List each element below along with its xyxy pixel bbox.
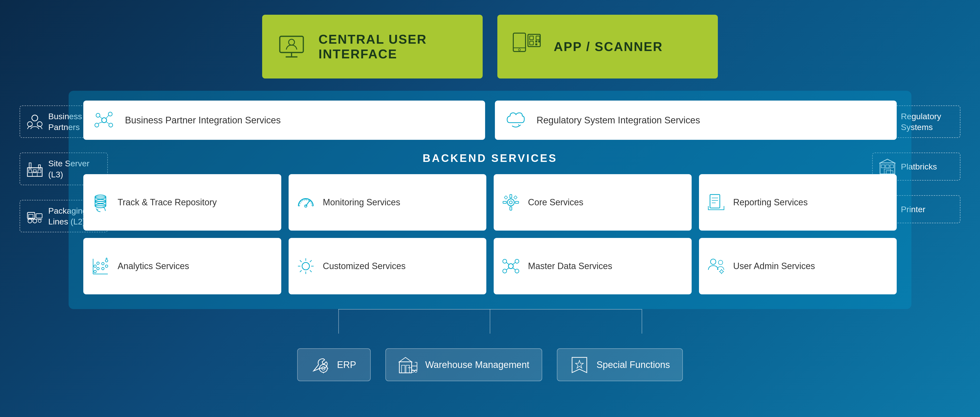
svg-point-27 [28, 219, 32, 223]
svg-point-6 [519, 49, 520, 51]
warehouse-box: Warehouse Management [385, 348, 542, 381]
customized-label: Customized Services [323, 260, 406, 272]
app-box: APP / SCANNER [497, 15, 718, 78]
cui-label: CENTRAL USER INTERFACE [318, 32, 468, 61]
svg-rect-13 [535, 43, 537, 45]
analytics-label: Analytics Services [118, 260, 189, 272]
svg-rect-120 [406, 365, 409, 373]
svg-line-94 [310, 260, 312, 262]
integration-row: Business Partner Integration Services Re… [83, 101, 897, 140]
core-icon [501, 193, 520, 212]
bp-integration-box: Business Partner Integration Services [83, 101, 485, 140]
service-card-user-admin: User Admin Services [699, 238, 897, 294]
svg-rect-72 [515, 201, 519, 203]
reporting-label: Reporting Services [733, 197, 808, 208]
service-card-monitoring: Monitoring Services [289, 174, 487, 230]
svg-rect-11 [535, 40, 537, 42]
svg-rect-31 [29, 214, 33, 218]
special-functions-label: Special Functions [597, 359, 670, 370]
svg-rect-73 [504, 196, 508, 199]
bp-integration-icon [93, 109, 115, 131]
services-grid: Track & Trace Repository [83, 174, 897, 294]
svg-rect-69 [510, 195, 512, 198]
svg-point-67 [508, 199, 514, 206]
svg-point-106 [718, 260, 723, 265]
svg-point-97 [503, 259, 507, 263]
svg-rect-9 [536, 36, 540, 40]
svg-point-80 [97, 267, 99, 270]
center-connector [490, 309, 490, 334]
monitoring-label: Monitoring Services [323, 197, 400, 208]
user-admin-icon [706, 256, 726, 276]
packaging-lines-icon [26, 208, 43, 225]
special-functions-icon [570, 355, 589, 375]
rs-integration-icon [505, 109, 527, 131]
svg-point-98 [515, 259, 519, 263]
monitoring-icon [296, 193, 315, 212]
bottom-connectors [68, 309, 912, 334]
svg-rect-26 [36, 214, 42, 218]
svg-rect-10 [530, 41, 533, 45]
svg-point-107 [720, 270, 723, 273]
svg-point-87 [302, 262, 309, 270]
backend-title: BACKEND SERVICES [83, 152, 897, 165]
svg-point-79 [94, 270, 96, 273]
svg-rect-20 [38, 170, 41, 173]
svg-line-95 [300, 270, 302, 272]
rs-integration-label: Regulatory System Integration Services [536, 115, 700, 126]
erp-box: ERP [297, 348, 371, 381]
svg-line-92 [300, 260, 302, 262]
left-connector [338, 309, 339, 334]
right-connector [642, 309, 642, 334]
svg-point-14 [32, 115, 38, 121]
svg-rect-74 [514, 196, 517, 199]
analytics-icon [91, 256, 110, 276]
svg-point-85 [105, 259, 108, 262]
main-area: Business Partners Site Server (L3) [20, 91, 960, 381]
horiz-connector [338, 309, 642, 310]
core-label: Core Services [528, 197, 583, 208]
business-partners-icon [26, 113, 43, 130]
rs-integration-box: Regulatory System Integration Services [495, 101, 897, 140]
svg-line-93 [310, 270, 312, 272]
svg-line-101 [506, 262, 509, 264]
svg-point-81 [94, 265, 96, 267]
svg-point-105 [711, 259, 716, 264]
backend-container: Business Partner Integration Services Re… [68, 91, 912, 309]
svg-rect-118 [399, 362, 412, 373]
erp-label: ERP [337, 359, 356, 370]
cui-box: CENTRAL USER INTERFACE [262, 15, 483, 78]
svg-rect-70 [510, 207, 512, 210]
master-data-icon [501, 256, 520, 276]
service-card-track-trace: Track & Trace Repository [83, 174, 281, 230]
svg-point-50 [108, 112, 112, 116]
svg-point-49 [96, 113, 100, 117]
svg-rect-18 [29, 170, 32, 173]
svg-point-51 [95, 123, 99, 127]
svg-point-84 [102, 262, 104, 265]
svg-rect-119 [402, 365, 405, 373]
track-trace-icon [91, 193, 110, 212]
svg-rect-19 [33, 170, 36, 173]
svg-rect-8 [530, 36, 533, 40]
svg-point-99 [503, 269, 507, 273]
erp-icon [310, 355, 329, 375]
svg-line-103 [506, 268, 509, 270]
svg-point-100 [515, 269, 519, 273]
special-functions-box: Special Functions [557, 348, 683, 381]
svg-line-104 [513, 268, 515, 270]
customized-icon [296, 256, 315, 276]
svg-point-96 [508, 264, 513, 268]
service-card-customized: Customized Services [289, 238, 487, 294]
bottom-section: ERP Warehouse Manag [20, 348, 960, 381]
svg-line-53 [100, 117, 102, 119]
master-data-label: Master Data Services [528, 260, 612, 272]
top-section: CENTRAL USER INTERFACE APP / SCANNER [0, 0, 980, 78]
svg-point-83 [102, 267, 104, 270]
svg-line-56 [106, 121, 109, 124]
svg-point-86 [105, 265, 108, 267]
svg-rect-0 [280, 36, 303, 53]
cui-icon [277, 32, 306, 61]
svg-rect-12 [538, 40, 540, 42]
app-icon [512, 32, 541, 61]
